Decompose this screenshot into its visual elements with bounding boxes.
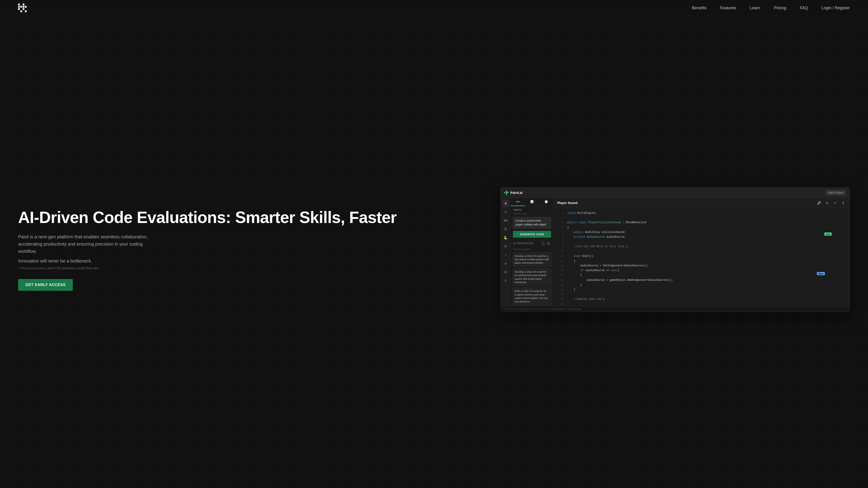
navbar: Benefits Features Learn Pricing FAQ Logi… [0, 0, 868, 16]
find-inspiration-label: Find Inspiration [510, 247, 553, 252]
code-line-4: 4 { [554, 225, 850, 230]
tab-code[interactable]: </> [510, 198, 525, 206]
nav-learn[interactable]: Learn [750, 6, 760, 10]
hero-footnote: * The most recent LLaMA 70B parameter mo… [18, 266, 475, 270]
code-line-14: 14 { [554, 273, 850, 278]
code-area: Leo Sam 1 using UnityEngine; 2 3 [554, 208, 850, 306]
nav-pricing[interactable]: Pricing [774, 6, 786, 10]
sidebar-icon-unity-u[interactable]: U [502, 268, 509, 275]
code-panel-title: Player Sound [557, 201, 577, 205]
ai-ctrl-back[interactable]: ← [541, 241, 545, 246]
ai-ctrl-close[interactable]: ✕ [547, 241, 551, 246]
code-line-11: 11 { [554, 259, 850, 263]
sidebar-icon-v[interactable]: V [502, 277, 509, 284]
code-line-7: 7 [554, 239, 850, 244]
sidebar-icon-gear[interactable]: ⚙ [502, 242, 509, 250]
footer-terms-link[interactable]: Terms of Use [568, 308, 581, 311]
inspiration-cards: Develop a Unity C# script for a turn-bas… [510, 252, 553, 306]
code-line-3: 3 public class PlayerCollisionSound : Mo… [554, 220, 850, 225]
code-line-8: 8 //you can add more to this void | [554, 244, 850, 249]
hero-subtitle: Paird is a next-gen platform that enable… [18, 233, 149, 255]
code-line-15: 15 audioSource = gameObject.AddComponent… [554, 278, 850, 283]
nav-benefits[interactable]: Benefits [692, 6, 707, 10]
cursor-sam-label: Sam [817, 272, 825, 275]
sidebar-icon-number[interactable]: 5 [502, 225, 509, 233]
logo[interactable] [18, 4, 27, 12]
app-brand: Paird.ai [504, 191, 522, 195]
code-line-19: 19 //adding some new | [554, 297, 850, 302]
ai-inspirations-header: AI INSPIRATIONS ← ✕ [510, 240, 553, 247]
code-line-10: 10 void Start() [554, 254, 850, 259]
hero-left: AI-Driven Code Evaluations: Smarter Skil… [18, 208, 475, 291]
hero-title: AI-Driven Code Evaluations: Smarter Skil… [18, 208, 475, 226]
sidebar-icon-go[interactable]: GO [502, 217, 509, 224]
sidebar-icon-refresh[interactable]: ↺ [502, 208, 509, 216]
ai-inspiration-controls: ← ✕ [541, 241, 551, 246]
code-line-20: 20 [554, 302, 850, 306]
inspiration-card-1[interactable]: Develop a Unity C# script for a turn-bas… [513, 252, 552, 267]
code-line-12: 12 audioSource = GetComponent<AudioSourc… [554, 263, 850, 268]
code-line-18: 18 [554, 292, 850, 297]
add-project-button[interactable]: Add Project [826, 190, 846, 195]
ai-inspirations-label: AI INSPIRATIONS [513, 242, 534, 245]
goal-input[interactable]: Create a sound when player collides with… [513, 217, 551, 229]
app-topbar: Paird.ai Add Project [501, 188, 850, 198]
cursor-leo-label: Leo [825, 232, 832, 236]
logo-grid-icon [18, 4, 27, 12]
platform-label: UNITY [510, 206, 553, 212]
app-body: A ↺ GO 5 🐍 ⚙ ▪ ⇄ U V </> 📊 [501, 198, 850, 306]
inspiration-card-2[interactable]: Develop a Unity C# script for an achieve… [513, 268, 552, 286]
goal-label: SET A GOAL [510, 212, 553, 217]
app-left-panel: </> 📊 🕐 UNITY SET A GOAL Create a sound … [510, 198, 554, 306]
footer-text: © 2024 Paird.ai. All rights reserved ® P… [503, 308, 549, 311]
panel-tabs: </> 📊 🕐 [510, 198, 553, 206]
app-sidebar: A ↺ GO 5 🐍 ⚙ ▪ ⇄ U V [501, 198, 510, 306]
app-code-panel: Player Sound 🔗 ⧉ ↺ ⬇ Leo Sam [554, 198, 850, 306]
hero-section: AI-Driven Code Evaluations: Smarter Skil… [0, 16, 868, 488]
hero-tagline: Innovation will never be a bottleneck. [18, 258, 475, 264]
tab-stats[interactable]: 📊 [525, 198, 539, 206]
nav-links: Benefits Features Learn Pricing FAQ Logi… [692, 6, 850, 10]
sidebar-icon-arrows[interactable]: ⇄ [502, 260, 509, 267]
code-action-copy[interactable]: ⧉ [825, 200, 830, 205]
code-line-9: 9 [554, 249, 850, 254]
code-panel-header: Player Sound 🔗 ⧉ ↺ ⬇ [554, 198, 850, 208]
app-logo-icon [504, 191, 508, 195]
footer-privacy-link[interactable]: Privacy Policy [551, 308, 565, 311]
inspiration-card-3[interactable]: Write a Unity C# script for an in-game c… [513, 287, 552, 305]
code-action-refresh[interactable]: ↺ [833, 200, 838, 205]
code-line-6: 6 private AudioSource audioSource; [554, 235, 850, 239]
code-action-link[interactable]: 🔗 [816, 200, 822, 205]
app-brand-name: Paird.ai [510, 191, 522, 195]
tab-history[interactable]: 🕐 [539, 198, 553, 206]
sidebar-icon-block[interactable]: ▪ [502, 251, 509, 258]
nav-faq[interactable]: FAQ [800, 6, 808, 10]
app-footer: © 2024 Paird.ai. All rights reserved ® P… [501, 306, 850, 312]
code-panel-actions: 🔗 ⧉ ↺ ⬇ [816, 200, 846, 205]
code-line-1: 1 using UnityEngine; [554, 211, 850, 216]
sidebar-icon-avatar[interactable]: A [502, 200, 509, 207]
code-line-17: 17 } [554, 287, 850, 292]
nav-login-register[interactable]: Login / Register [822, 6, 850, 10]
sidebar-icon-python[interactable]: 🐍 [502, 234, 509, 241]
code-line-13: 13 if (audioSource == null) [554, 268, 850, 273]
code-line-2: 2 [554, 216, 850, 220]
code-action-download[interactable]: ⬇ [841, 200, 846, 205]
app-window: Paird.ai Add Project A ↺ GO 5 🐍 ⚙ ▪ ⇄ U … [500, 187, 850, 312]
app-mockup: Paird.ai Add Project A ↺ GO 5 🐍 ⚙ ▪ ⇄ U … [500, 187, 850, 312]
generate-code-button[interactable]: GENERATE CODE [513, 231, 551, 238]
code-line-5: 5 public AudioClip collisionSound; [554, 230, 850, 235]
code-line-16: 16 } [554, 283, 850, 287]
cta-button[interactable]: GET EARLY ACCESS [18, 279, 73, 291]
nav-features[interactable]: Features [720, 6, 736, 10]
